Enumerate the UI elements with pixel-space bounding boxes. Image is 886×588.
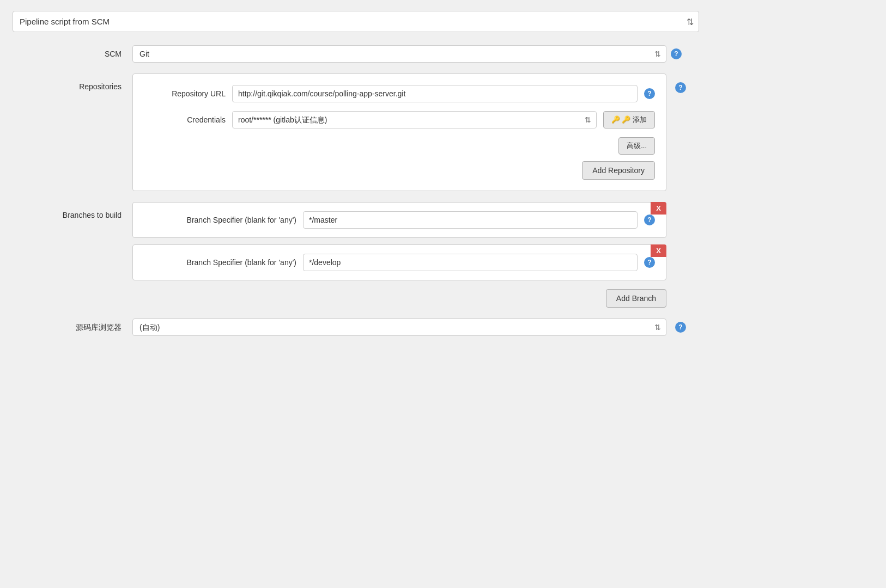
add-credentials-button[interactable]: 🔑 🔑 添加 bbox=[603, 111, 655, 128]
branch-2-specifier-input[interactable] bbox=[303, 254, 638, 271]
repos-box: Repository URL ? Credentials root/******… bbox=[132, 74, 666, 191]
branch-1-specifier-input[interactable] bbox=[303, 211, 638, 229]
credentials-label: Credentials bbox=[144, 115, 226, 124]
scm-row: SCM Git ⇅ ? bbox=[13, 45, 873, 63]
repos-label: Repositories bbox=[13, 74, 132, 91]
branches-content: X Branch Specifier (blank for 'any') ? X… bbox=[132, 202, 666, 308]
branches-label: Branches to build bbox=[13, 202, 132, 219]
credentials-select[interactable]: root/****** (gitlab认证信息) bbox=[232, 111, 597, 128]
add-repository-button[interactable]: Add Repository bbox=[582, 161, 655, 180]
add-branch-button[interactable]: Add Branch bbox=[606, 289, 666, 308]
branches-row: Branches to build X Branch Specifier (bl… bbox=[13, 202, 873, 308]
scm-control-area: Git ⇅ ? bbox=[132, 45, 873, 63]
branches-footer: Add Branch bbox=[132, 289, 666, 308]
credentials-row: Credentials root/****** (gitlab认证信息) ⇅ 🔑… bbox=[144, 111, 655, 128]
repo-url-input[interactable] bbox=[232, 85, 638, 102]
pipeline-script-select-wrapper: Pipeline script from SCM ⇅ bbox=[13, 11, 699, 32]
branch-2-specifier-label: Branch Specifier (blank for 'any') bbox=[144, 258, 296, 267]
scm-select[interactable]: Git bbox=[132, 45, 666, 63]
source-browser-select-wrapper: (自动) ⇅ bbox=[132, 318, 666, 336]
source-browser-label: 源码库浏览器 bbox=[13, 318, 132, 333]
source-browser-select[interactable]: (自动) bbox=[132, 318, 666, 336]
branch-2-field-row: Branch Specifier (blank for 'any') ? bbox=[144, 254, 655, 271]
branch-1-help-icon[interactable]: ? bbox=[644, 215, 655, 225]
branch-2-remove-button[interactable]: X bbox=[651, 244, 666, 257]
branch-box-2: X Branch Specifier (blank for 'any') ? bbox=[132, 244, 666, 280]
scm-select-wrapper: Git ⇅ bbox=[132, 45, 666, 63]
repo-url-label: Repository URL bbox=[144, 89, 226, 98]
branch-1-specifier-label: Branch Specifier (blank for 'any') bbox=[144, 216, 296, 224]
branch-1-remove-button[interactable]: X bbox=[651, 202, 666, 215]
scm-label: SCM bbox=[13, 45, 132, 58]
advanced-button[interactable]: 高级... bbox=[618, 137, 655, 155]
pipeline-script-row: Pipeline script from SCM ⇅ bbox=[13, 11, 873, 32]
add-credentials-label: 🔑 添加 bbox=[622, 115, 647, 124]
source-browser-help-icon[interactable]: ? bbox=[675, 322, 686, 333]
page-container: Pipeline script from SCM ⇅ SCM Git ⇅ ? R… bbox=[13, 11, 873, 336]
repo-url-help-icon[interactable]: ? bbox=[644, 88, 655, 99]
key-icon: 🔑 bbox=[611, 115, 620, 124]
repos-help-icon[interactable]: ? bbox=[675, 82, 686, 93]
pipeline-script-select[interactable]: Pipeline script from SCM bbox=[13, 11, 699, 32]
branch-1-field-row: Branch Specifier (blank for 'any') ? bbox=[144, 211, 655, 229]
credentials-select-wrapper: root/****** (gitlab认证信息) ⇅ bbox=[232, 111, 597, 128]
advanced-footer: 高级... bbox=[144, 137, 655, 155]
repos-content: Repository URL ? Credentials root/******… bbox=[132, 74, 666, 191]
branch-2-help-icon[interactable]: ? bbox=[644, 257, 655, 268]
repos-row: Repositories Repository URL ? Credential… bbox=[13, 74, 873, 191]
scm-help-icon[interactable]: ? bbox=[671, 48, 682, 59]
source-browser-row: 源码库浏览器 (自动) ⇅ ? bbox=[13, 318, 873, 336]
branch-box-1: X Branch Specifier (blank for 'any') ? bbox=[132, 202, 666, 238]
repos-footer: Add Repository bbox=[144, 161, 655, 180]
repo-url-row: Repository URL ? bbox=[144, 85, 655, 102]
